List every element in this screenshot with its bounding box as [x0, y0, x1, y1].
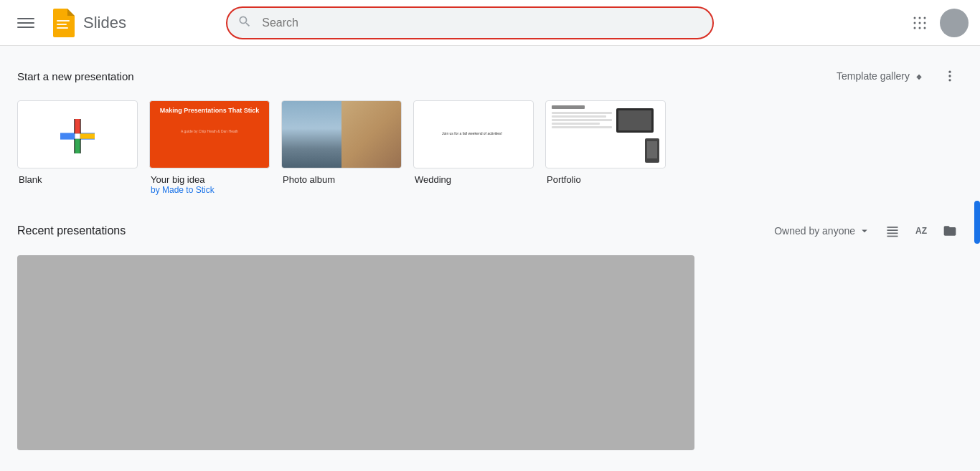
header-right-controls [905, 9, 969, 37]
photo-album-thumbnail [281, 100, 402, 168]
svg-rect-0 [17, 18, 34, 19]
template-gallery-button[interactable]: Template gallery [831, 65, 931, 87]
svg-point-13 [919, 27, 921, 29]
folder-view-button[interactable] [937, 218, 963, 244]
list-view-button[interactable] [880, 218, 905, 244]
list-view-icon [885, 224, 900, 238]
recent-section-title: Recent presentations [17, 224, 126, 237]
hamburger-icon [17, 14, 34, 32]
svg-point-11 [924, 22, 926, 24]
scrollbar-indicator[interactable] [974, 201, 980, 244]
svg-rect-2 [17, 27, 34, 28]
template-section: Start a new presentation Template galler… [0, 46, 980, 206]
template-section-title: Start a new presentation [17, 70, 134, 82]
svg-point-16 [948, 75, 951, 77]
recent-presentation-card[interactable] [17, 255, 694, 450]
svg-point-6 [914, 16, 916, 19]
template-cards-row: Blank Making Presentations That Stick A … [17, 100, 963, 195]
your-big-idea-card-sublabel: by Made to Stick [149, 185, 270, 195]
user-avatar[interactable] [940, 9, 969, 37]
owned-by-filter[interactable]: Owned by anyone [768, 220, 877, 242]
wedding-thumb-header: Join us for a fall weekend of activities… [442, 131, 502, 135]
svg-point-17 [948, 79, 951, 81]
portfolio-left [552, 105, 612, 128]
template-gallery-label: Template gallery [837, 70, 910, 82]
svg-point-7 [919, 16, 921, 19]
recent-controls: Owned by anyone AZ [768, 218, 963, 244]
sort-az-button[interactable]: AZ [908, 218, 934, 244]
wedding-thumbnail: Join us for a fall weekend of activities… [413, 100, 534, 168]
search-bar [226, 6, 714, 39]
food-photo [341, 101, 401, 168]
recent-section-header: Recent presentations Owned by anyone AZ [17, 218, 963, 244]
svg-point-15 [948, 71, 951, 73]
blank-card-label: Blank [17, 174, 138, 185]
svg-rect-4 [57, 24, 67, 25]
menu-button[interactable] [11, 9, 40, 37]
portfolio-right [616, 105, 659, 163]
portfolio-text-2 [552, 115, 606, 118]
sort-az-icon: AZ [915, 226, 927, 236]
start-label: Start a new presentation [17, 70, 134, 82]
plus-icon [60, 118, 95, 152]
portfolio-thumbnail [545, 100, 666, 168]
photo-album-grid [282, 101, 401, 168]
phone-icon [645, 138, 659, 163]
svg-point-8 [924, 16, 926, 19]
blank-thumbnail [17, 100, 138, 168]
svg-point-14 [924, 27, 926, 29]
portfolio-text-5 [552, 126, 612, 128]
ybi-thumb-title: Making Presentations That Stick [160, 107, 260, 115]
svg-point-9 [914, 22, 916, 24]
search-icon [237, 14, 252, 32]
template-card-wedding[interactable]: Join us for a fall weekend of activities… [413, 100, 534, 195]
bridge-photo [282, 101, 341, 168]
svg-rect-28 [887, 236, 898, 237]
recent-section: Recent presentations Owned by anyone AZ [0, 206, 980, 462]
svg-point-10 [919, 22, 921, 24]
slides-logo-icon [49, 9, 77, 37]
filter-dropdown-icon [858, 224, 871, 237]
more-options-button[interactable] [937, 63, 963, 89]
svg-rect-21 [75, 119, 80, 133]
portfolio-title-line [552, 105, 585, 109]
portfolio-text-1 [552, 112, 612, 114]
monitor-icon [616, 108, 654, 133]
template-card-blank[interactable]: Blank [17, 100, 138, 195]
app-name-label: Slides [83, 14, 126, 32]
template-section-header: Start a new presentation Template galler… [17, 63, 963, 89]
app-logo[interactable]: Slides [49, 9, 126, 37]
template-controls: Template gallery [831, 63, 963, 89]
grid-apps-icon [911, 14, 928, 32]
svg-rect-26 [887, 229, 898, 231]
ybi-thumb-body: A guide by Chip Heath & Dan Heath [181, 129, 238, 133]
portfolio-card-label: Portfolio [545, 174, 666, 185]
svg-rect-25 [887, 227, 898, 228]
apps-grid-button[interactable] [905, 9, 934, 37]
template-card-portfolio[interactable]: Portfolio [545, 100, 666, 195]
search-input[interactable] [226, 6, 714, 39]
svg-rect-1 [17, 22, 34, 24]
your-big-idea-thumbnail: Making Presentations That Stick A guide … [149, 100, 270, 168]
svg-rect-24 [75, 133, 80, 138]
template-card-photo-album[interactable]: Photo album [281, 100, 402, 195]
svg-rect-5 [57, 27, 68, 29]
photo-album-card-label: Photo album [281, 174, 402, 185]
app-header: Slides [0, 0, 980, 46]
svg-rect-22 [80, 133, 95, 138]
template-card-your-big-idea[interactable]: Making Presentations That Stick A guide … [149, 100, 270, 195]
svg-rect-23 [75, 138, 80, 153]
portfolio-text-3 [552, 119, 612, 121]
portfolio-text-4 [552, 123, 600, 125]
filter-label: Owned by anyone [774, 225, 855, 237]
folder-icon [943, 224, 957, 238]
svg-point-12 [914, 27, 916, 29]
svg-rect-20 [60, 133, 75, 138]
your-big-idea-card-label: Your big idea [149, 174, 270, 185]
svg-rect-27 [887, 233, 898, 234]
wedding-card-label: Wedding [413, 174, 534, 185]
expand-icon [913, 70, 925, 82]
svg-rect-3 [57, 20, 70, 22]
more-vert-icon [943, 69, 957, 83]
wedding-cols [502, 122, 505, 147]
